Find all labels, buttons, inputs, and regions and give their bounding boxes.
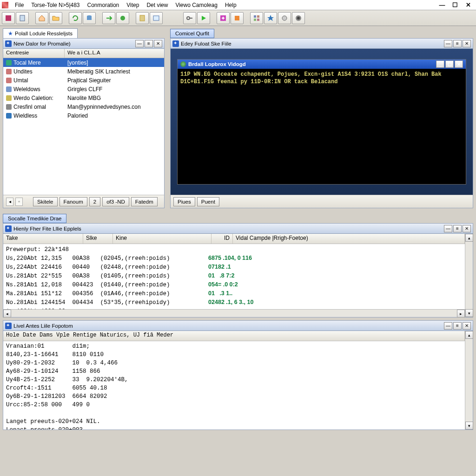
panel-close-button[interactable]: ✕ [463,322,471,330]
maximize-button[interactable]: ☐ [449,1,461,9]
panel-list-button[interactable]: ≡ [453,322,462,330]
tool-app-icon[interactable] [2,12,15,24]
vscrollbar[interactable]: ▴ ▾ [465,234,473,317]
row-value: Paloried [65,112,164,119]
tool-window-icon[interactable] [150,12,163,24]
tool-db-icon[interactable] [83,12,96,24]
scroll-right-button[interactable]: ▸ [457,310,465,317]
nav-prev-button[interactable]: ▫ [15,198,23,206]
row-icon [6,86,12,92]
col1-header[interactable]: Centresie [3,49,65,58]
svg-point-4 [120,16,125,20]
minimize-button[interactable]: — [436,1,448,9]
list-item[interactable]: Werdo Caletion:Narolite MBG [3,93,164,102]
close-button[interactable]: ✕ [462,1,474,9]
panel-close-button[interactable]: ✕ [463,40,471,47]
log-panel-title: Livel Antes Liile Fopotom — ≡ ✕ [3,321,473,331]
footer-btn3[interactable]: Fatedm [131,197,158,206]
console-app-icon [180,61,186,67]
console-btn1[interactable]: Piues [173,197,195,206]
tab-modules[interactable]: ★Polall Lodule Ressleljsts [3,28,78,38]
tool-target-icon[interactable] [292,12,305,24]
scroll-down-button[interactable]: ▾ [465,422,473,430]
svg-rect-12 [254,19,256,21]
dcol-take[interactable]: Take [3,234,83,244]
tab-output[interactable]: Comicel Qurfit [170,29,214,38]
tool-folder-icon[interactable] [49,12,62,24]
scroll-up-button[interactable]: ▴ [465,331,473,339]
console-close-button[interactable]: ✕ [455,60,463,68]
tool-book-icon[interactable] [136,12,149,24]
col2-header[interactable]: We a i CL.L.A [65,49,164,58]
dcol-vidal[interactable]: Vidal Campde |Rrigh-Foetoe) [233,234,465,244]
console-min-button[interactable]: _ [436,60,444,68]
panel-min-button[interactable]: — [135,40,144,47]
row-icon [6,78,12,83]
panel-min-button[interactable]: — [444,40,452,47]
menu-torse[interactable]: Torse-Tole N>5|483 [27,1,83,9]
panel-min-button[interactable]: — [444,225,452,232]
menu-conmoration[interactable]: Conmoration [84,1,123,9]
tool-doc-icon[interactable] [16,12,29,24]
panel-icon [5,225,12,232]
tool-grid-icon[interactable] [250,12,263,24]
panel-list-button[interactable]: ≡ [453,225,462,232]
list-item[interactable]: WeleldowsGrirgles CLFF [3,85,164,93]
hscrollbar[interactable]: ◂ ▸ [3,309,465,317]
data-panel-title: Hienly Fher Fite Lllie Epplels — ≡ ✕ [3,224,473,234]
panel-list-button[interactable]: ≡ [145,40,153,47]
panel-close-button[interactable]: ✕ [463,225,471,232]
list-item[interactable]: WieldlessPaloried [3,111,164,120]
tool-health-icon[interactable] [217,12,230,24]
tool-key-icon[interactable] [183,12,196,24]
svg-point-7 [187,17,190,20]
svg-rect-0 [6,15,11,21]
panel-close-button[interactable]: ✕ [154,40,162,47]
console-panel-title: Edey Fuloat Ske Fiile — ≡ ✕ [171,39,473,49]
list-item[interactable]: UmtalPrajtical Sieguiter [3,76,164,85]
tool-run-icon[interactable] [102,12,115,24]
list-item[interactable]: Cresfinl omalMan@ypninnedvedsynes.con [3,102,164,111]
tool-star-icon[interactable] [264,12,277,24]
scroll-up-button[interactable]: ▴ [465,234,473,242]
scroll-left-button[interactable]: ◂ [3,310,11,317]
footer-btn2[interactable]: Fanoum [60,197,87,206]
menu-file[interactable]: File [11,1,27,9]
dcol-slke[interactable]: Slke [83,234,113,244]
svg-rect-6 [153,16,159,20]
nav-first-button[interactable]: ◂ [6,198,13,206]
row-icon [6,60,12,66]
data-header: Take Slke Kine ID Vidal Campde |Rrigh-Fo… [3,234,465,244]
tool-refresh-icon[interactable] [69,12,82,24]
vscrollbar[interactable]: ▴ ▾ [465,331,473,430]
dcol-kine[interactable]: Kine [113,234,212,244]
menu-help[interactable]: Help [221,1,240,9]
tool-gear-icon[interactable] [278,12,291,24]
row-name: Undites [13,68,33,75]
menu-vitep[interactable]: Vitep [123,1,143,9]
row-name: Werdo Caletion: [13,95,53,101]
tab-data-source[interactable]: Socalle Tmedikie Drae [3,214,66,223]
list-item[interactable]: UnditesMelberatig SIK Lrachriest [3,67,164,76]
app-icon [2,2,8,8]
menu-detview[interactable]: Det view [143,1,172,9]
console-btn2[interactable]: Puent [197,197,219,206]
console-max-button[interactable]: ☐ [445,60,454,68]
menu-viewo[interactable]: Viewo Camoleag [172,1,221,9]
footer-pos: 2 [89,197,100,206]
list-body: Tocal Mere[yonties]UnditesMelberatig SIK… [3,58,164,195]
tool-home-icon[interactable] [35,12,48,24]
tool-puzzle-icon[interactable] [231,12,244,24]
list-header: Centresie We a i CL.L.A [3,49,164,58]
footer-btn1[interactable]: Skitele [33,197,58,206]
list-item[interactable]: Tocal Mere[yonties] [3,58,164,67]
panel-min-button[interactable]: — [444,322,452,330]
star-icon: ★ [8,30,13,37]
console-footer: Piues Puent [171,195,473,208]
scroll-down-button[interactable]: ▾ [465,309,473,317]
panel-list-button[interactable]: ≡ [453,40,462,47]
dcol-id[interactable]: ID [212,234,233,244]
tool-green-icon[interactable] [116,12,129,24]
tool-play-icon[interactable] [197,12,210,24]
log-body: Vranaian:01 di1m; 8140,23-1-16641 8110 0… [3,341,465,430]
